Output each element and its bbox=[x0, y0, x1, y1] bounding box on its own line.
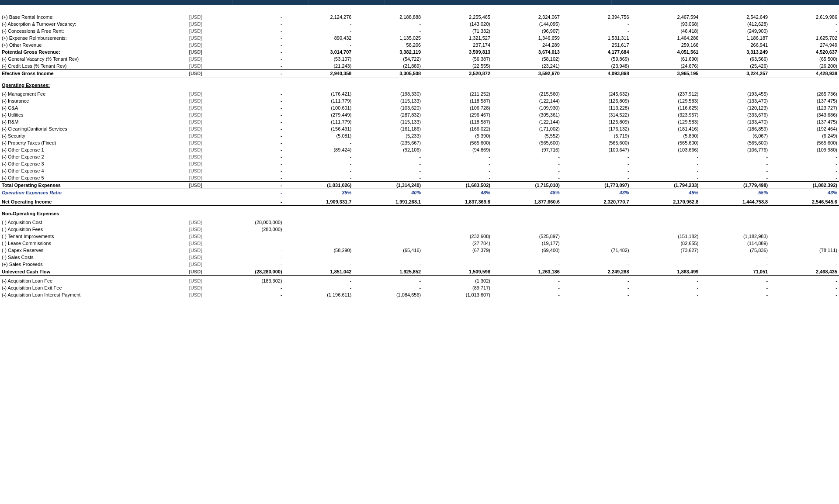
table-row: (-) Acquisition Loan Fee[USD](183,302)--… bbox=[0, 277, 839, 284]
row-label: (-) Utilities bbox=[0, 111, 177, 118]
row-value: 244,289 bbox=[492, 41, 562, 48]
row-value: 2,124,276 bbox=[284, 14, 354, 21]
row-value: (61,690) bbox=[631, 55, 700, 62]
row-value: (279,449) bbox=[284, 111, 354, 118]
row-unit: [USD] bbox=[177, 118, 215, 125]
row-value: - bbox=[284, 153, 354, 160]
row-value: (56,387) bbox=[423, 55, 492, 62]
row-value: (73,627) bbox=[631, 247, 700, 254]
row-value: (183,302) bbox=[215, 277, 284, 284]
row-value: - bbox=[284, 139, 354, 146]
row-value: (265,736) bbox=[770, 90, 839, 97]
row-value: (6,249) bbox=[770, 132, 839, 139]
row-value: (24,676) bbox=[631, 62, 700, 70]
table-row: (-) Other Expense 4[USD]--------- bbox=[0, 167, 839, 174]
row-value: - bbox=[562, 284, 631, 291]
row-value: (1,773,097) bbox=[562, 182, 631, 189]
row-label: (-) Other Expense 2 bbox=[0, 153, 177, 160]
row-unit: [USD] bbox=[177, 41, 215, 48]
row-label: (-) Acquisition Loan Fee bbox=[0, 277, 177, 284]
row-value: - bbox=[284, 167, 354, 174]
row-value: (287,832) bbox=[353, 111, 423, 118]
nonopex-header-label: Non-Operating Expenses bbox=[0, 207, 839, 217]
row-label: (-) Acquisition Cost bbox=[0, 219, 177, 226]
row-value: - bbox=[492, 254, 562, 261]
row-value: (1,715,010) bbox=[492, 182, 562, 189]
header-col-3 bbox=[385, 0, 460, 5]
row-label: (-) Insurance bbox=[0, 97, 177, 104]
page-header bbox=[0, 0, 839, 5]
row-label: (-) Capex Reserves bbox=[0, 247, 177, 254]
opex-header-row: Operating Expenses: bbox=[0, 79, 839, 89]
row-value: 2,542,649 bbox=[700, 14, 770, 21]
row-value: - bbox=[284, 174, 354, 182]
row-value: (5,081) bbox=[284, 132, 354, 139]
row-value: - bbox=[353, 167, 423, 174]
row-value: - bbox=[631, 254, 700, 261]
row-value: - bbox=[562, 291, 631, 298]
row-value: (78,111) bbox=[770, 247, 839, 254]
row-value: 1,925,852 bbox=[353, 268, 423, 276]
row-value: (161,186) bbox=[353, 125, 423, 132]
row-label: (-) Other Expense 5 bbox=[0, 174, 177, 182]
row-unit: [USD] bbox=[177, 160, 215, 167]
row-value: 71,051 bbox=[700, 268, 770, 276]
row-label: (-) Tenant Improvements bbox=[0, 233, 177, 240]
row-value: - bbox=[562, 233, 631, 240]
row-value: 274,949 bbox=[770, 41, 839, 48]
header-col-6 bbox=[612, 0, 687, 5]
row-label: (-) Cleaning/Janitorial Services bbox=[0, 125, 177, 132]
row-label: (-) Acquisition Loan Exit Fee bbox=[0, 284, 177, 291]
row-value: - bbox=[631, 174, 700, 182]
row-value: - bbox=[215, 254, 284, 261]
row-value: - bbox=[215, 70, 284, 77]
row-unit: [USD] bbox=[177, 125, 215, 132]
table-row: Potential Gross Revenue:[USD]-3,014,7073… bbox=[0, 48, 839, 55]
table-row: (-) General Vacancy (% Tenant Rev)[USD]-… bbox=[0, 55, 839, 62]
row-value: (111,779) bbox=[284, 118, 354, 125]
row-value: (1,683,502) bbox=[423, 182, 492, 189]
row-value: (100,647) bbox=[562, 146, 631, 153]
row-value: (116,625) bbox=[631, 104, 700, 111]
row-value: (106,728) bbox=[423, 104, 492, 111]
row-value: - bbox=[562, 261, 631, 268]
row-value: (53,107) bbox=[284, 55, 354, 62]
row-value: (23,948) bbox=[562, 62, 631, 70]
row-value: (171,002) bbox=[492, 125, 562, 132]
row-value: 3,382,119 bbox=[353, 48, 423, 55]
header-col-4 bbox=[460, 0, 536, 5]
row-label: (-) Acquisition Fees bbox=[0, 226, 177, 233]
row-value: - bbox=[770, 153, 839, 160]
row-unit: [USD] bbox=[177, 291, 215, 298]
row-value: - bbox=[284, 240, 354, 247]
row-value: - bbox=[284, 233, 354, 240]
row-unit: [USD] bbox=[177, 254, 215, 261]
header-col-5 bbox=[536, 0, 612, 5]
row-value: - bbox=[562, 160, 631, 167]
row-value: - bbox=[215, 153, 284, 160]
row-label: (+) Base Rental Income: bbox=[0, 14, 177, 21]
row-value: (565,600) bbox=[562, 139, 631, 146]
row-value: - bbox=[215, 90, 284, 97]
row-label: (-) Security bbox=[0, 132, 177, 139]
row-value: (97,716) bbox=[492, 146, 562, 153]
row-unit: [USD] bbox=[177, 233, 215, 240]
row-value: (22,555) bbox=[423, 62, 492, 70]
row-value: (114,889) bbox=[700, 240, 770, 247]
row-value: - bbox=[284, 277, 354, 284]
row-value: - bbox=[492, 219, 562, 226]
row-value: - bbox=[700, 284, 770, 291]
row-value: (1,084,656) bbox=[353, 291, 423, 298]
row-value: (137,475) bbox=[770, 118, 839, 125]
header-col-1 bbox=[233, 0, 309, 5]
row-label: (-) Concessions & Free Rent: bbox=[0, 28, 177, 35]
row-label: (+) Other Revenue bbox=[0, 41, 177, 48]
row-label: (-) R&M bbox=[0, 118, 177, 125]
row-value: - bbox=[770, 240, 839, 247]
row-value: (1,031,026) bbox=[284, 182, 354, 189]
row-value: - bbox=[215, 261, 284, 268]
table-row: (-) Other Expense 1[USD]-(89,424)(92,106… bbox=[0, 146, 839, 153]
row-value: - bbox=[700, 219, 770, 226]
row-value: (75,836) bbox=[700, 247, 770, 254]
table-row: (+) Expense Reimbursements:[USD]-890,432… bbox=[0, 35, 839, 41]
